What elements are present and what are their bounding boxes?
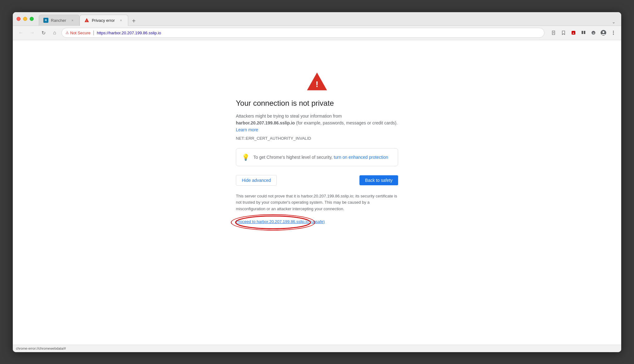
address-url: https://harbor.20.207.199.86.sslip.io (97, 31, 161, 35)
warning-triangle-icon: ! (306, 71, 328, 91)
rancher-icon: R (43, 18, 48, 23)
privacy-error-tab-icon: ! (84, 18, 89, 23)
page-content: ! Your connection is not private Attacke… (13, 40, 621, 345)
address-separator: | (93, 30, 94, 36)
bookmark-icon[interactable] (559, 29, 568, 37)
description-domain: harbor.20.207.199.86.sslip.io (236, 120, 295, 125)
grid-icon[interactable]: ⊞ (589, 29, 597, 37)
svg-point-11 (613, 31, 614, 32)
back-button[interactable]: ← (17, 28, 25, 37)
error-code: NET::ERR_CERT_AUTHORITY_INVALID (236, 136, 311, 141)
acrobat-icon[interactable]: A (569, 29, 578, 37)
svg-point-10 (602, 31, 604, 33)
warning-icon-wrapper: ! (236, 71, 398, 91)
forward-button[interactable]: → (28, 28, 37, 37)
warning-icon: ⚠ (66, 31, 69, 35)
svg-text:!: ! (316, 79, 319, 89)
nav-bar: ← → ↻ ⌂ ⚠ Not Secure | https://harbor.20… (13, 26, 621, 40)
security-hint-box: 💡 To get Chrome's highest level of secur… (236, 148, 398, 166)
new-tab-button[interactable]: + (129, 17, 138, 26)
enhanced-protection-link[interactable]: turn on enhanced protection (334, 155, 388, 160)
home-icon: ⌂ (53, 30, 56, 36)
svg-rect-5 (582, 31, 583, 32)
home-button[interactable]: ⌂ (50, 28, 59, 37)
reload-button[interactable]: ↻ (39, 28, 48, 37)
browser-window: R Rancher × ! Privacy error × + ⌄ ← → (13, 12, 621, 352)
tab-privacy-error-close[interactable]: × (119, 18, 124, 23)
reload-icon: ↻ (41, 30, 46, 36)
advanced-description: This server could not prove that it is h… (236, 193, 398, 212)
address-bar[interactable]: ⚠ Not Secure | https://harbor.20.207.199… (61, 28, 544, 38)
tab-privacy-error[interactable]: ! Privacy error × (80, 15, 128, 26)
profile-icon[interactable] (599, 29, 607, 37)
forward-icon: → (30, 30, 35, 36)
extension-icon[interactable] (579, 29, 588, 37)
svg-point-12 (613, 32, 614, 33)
tab-rancher-label: Rancher (51, 18, 66, 23)
svg-text:A: A (573, 32, 574, 35)
nav-right-icons: A ⊞ (549, 29, 617, 37)
hint-text: To get Chrome's highest level of securit… (253, 155, 388, 160)
not-secure-label: Not Secure (70, 31, 90, 35)
svg-text:!: ! (86, 20, 87, 22)
tab-overflow-button[interactable]: ⌄ (610, 18, 617, 26)
description-suffix: (for example, passwords, messages or cre… (295, 120, 397, 125)
lightbulb-icon: 💡 (242, 153, 250, 161)
proceed-link-wrapper: Proceed to harbor.20.207.199.86.sslip.io… (236, 219, 325, 224)
maximize-button[interactable] (30, 17, 34, 21)
back-icon: ← (18, 30, 23, 36)
status-text: chrome-error://chromewebdata/# (16, 347, 66, 350)
error-description: Attackers might be trying to steal your … (236, 113, 398, 133)
not-secure-badge: ⚠ Not Secure (66, 31, 90, 35)
tabs-area: R Rancher × ! Privacy error × + ⌄ (39, 12, 617, 26)
error-title: Your connection is not private (236, 99, 334, 108)
error-container: ! Your connection is not private Attacke… (236, 71, 398, 250)
svg-rect-4 (584, 32, 585, 34)
hide-advanced-button[interactable]: Hide advanced (236, 175, 277, 186)
description-prefix: Attackers might be trying to steal your … (236, 114, 342, 119)
status-bar: chrome-error://chromewebdata/# (13, 345, 621, 352)
svg-text:⊞: ⊞ (593, 32, 595, 35)
back-to-safety-button[interactable]: Back to safety (359, 175, 398, 185)
proceed-link[interactable]: Proceed to harbor.20.207.199.86.sslip.io… (236, 219, 325, 224)
tab-privacy-error-label: Privacy error (92, 18, 115, 23)
share-icon[interactable] (549, 29, 558, 37)
tab-rancher-close[interactable]: × (70, 18, 75, 23)
svg-rect-3 (582, 32, 583, 34)
more-icon[interactable] (609, 29, 617, 37)
traffic-lights (17, 17, 34, 21)
minimize-button[interactable] (23, 17, 27, 21)
hint-text-prefix: To get Chrome's highest level of securit… (253, 155, 334, 160)
learn-more-link[interactable]: Learn more (236, 127, 258, 132)
svg-point-13 (613, 34, 614, 35)
close-button[interactable] (17, 17, 21, 21)
button-row: Hide advanced Back to safety (236, 175, 398, 186)
title-bar: R Rancher × ! Privacy error × + ⌄ (13, 12, 621, 26)
tab-rancher[interactable]: R Rancher × (39, 15, 80, 26)
svg-rect-6 (584, 31, 585, 32)
